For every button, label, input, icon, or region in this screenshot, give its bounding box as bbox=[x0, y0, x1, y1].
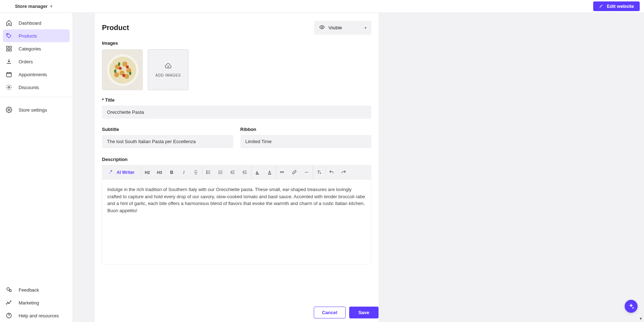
rich-text-editor: AI Writer H2 H3 B I bbox=[102, 165, 371, 264]
edit-website-label: Edit website bbox=[607, 4, 634, 9]
svg-rect-5 bbox=[6, 73, 11, 77]
footer-actions: Cancel Save bbox=[314, 307, 379, 318]
add-images-button[interactable]: ADD IMAGES bbox=[148, 49, 189, 90]
svg-point-7 bbox=[8, 109, 10, 111]
gear-icon bbox=[6, 84, 12, 91]
images-label: Images bbox=[102, 40, 371, 46]
store-manager-dropdown[interactable]: Store manager ▾ bbox=[15, 4, 52, 9]
italic-button[interactable]: I bbox=[178, 165, 190, 179]
title-input[interactable] bbox=[102, 106, 371, 119]
strike-button[interactable] bbox=[190, 165, 202, 179]
sidebar-item-label: Discounts bbox=[19, 85, 39, 90]
svg-rect-1 bbox=[6, 46, 8, 48]
calendar-icon bbox=[6, 71, 12, 78]
sidebar-item-label: Categories bbox=[19, 46, 41, 52]
ordered-list-button[interactable] bbox=[215, 165, 227, 179]
trend-icon bbox=[6, 299, 12, 306]
text-color-button[interactable] bbox=[264, 165, 276, 179]
indent-button[interactable] bbox=[239, 165, 251, 179]
sidebar-item-products[interactable]: Products bbox=[3, 29, 70, 42]
bullet-list-button[interactable] bbox=[203, 165, 215, 179]
svg-rect-3 bbox=[6, 49, 8, 51]
tag-icon bbox=[6, 33, 12, 39]
save-button[interactable]: Save bbox=[349, 307, 379, 318]
svg-point-26 bbox=[126, 65, 129, 68]
sidebar-item-label: Store settings bbox=[19, 107, 47, 113]
svg-point-31 bbox=[206, 171, 207, 171]
svg-point-9 bbox=[9, 289, 11, 292]
sidebar-item-feedback[interactable]: Feedback bbox=[0, 283, 73, 296]
pencil-icon bbox=[599, 3, 604, 9]
grid-icon bbox=[6, 45, 12, 52]
svg-rect-4 bbox=[10, 49, 11, 51]
page-title: Product bbox=[102, 24, 129, 32]
sidebar-item-label: Orders bbox=[19, 59, 33, 64]
sidebar: Dashboard Products Categories Orders App… bbox=[0, 13, 73, 322]
top-bar: Store manager ▾ Edit website bbox=[0, 0, 644, 13]
outdent-button[interactable] bbox=[227, 165, 239, 179]
hr-button[interactable] bbox=[301, 165, 313, 179]
product-image-thumb[interactable] bbox=[102, 49, 143, 90]
sidebar-item-marketing[interactable]: Marketing bbox=[0, 296, 73, 309]
svg-point-33 bbox=[206, 173, 207, 174]
sidebar-item-label: Marketing bbox=[19, 300, 39, 306]
svg-point-23 bbox=[114, 72, 119, 77]
ribbon-input[interactable] bbox=[240, 135, 372, 148]
upload-icon bbox=[165, 63, 172, 70]
redo-button[interactable] bbox=[338, 165, 350, 179]
ribbon-label: Ribbon bbox=[240, 127, 372, 132]
subtitle-input[interactable] bbox=[102, 135, 233, 148]
bold-button[interactable]: B bbox=[166, 165, 178, 179]
svg-point-18 bbox=[109, 57, 136, 84]
home-icon bbox=[6, 20, 12, 26]
ai-writer-button[interactable]: AI Writer bbox=[102, 165, 141, 179]
cancel-button[interactable]: Cancel bbox=[314, 307, 346, 318]
svg-point-28 bbox=[118, 62, 120, 66]
feedback-icon bbox=[6, 287, 12, 293]
title-label: * Title bbox=[102, 97, 371, 103]
sidebar-item-appointments[interactable]: Appointments bbox=[0, 68, 73, 81]
svg-point-25 bbox=[119, 67, 122, 70]
undo-button[interactable] bbox=[326, 165, 338, 179]
settings-icon bbox=[6, 107, 12, 113]
description-label: Description bbox=[102, 157, 371, 162]
sidebar-item-label: Dashboard bbox=[19, 20, 42, 26]
assistant-fab[interactable] bbox=[625, 300, 638, 313]
clear-format-button[interactable] bbox=[313, 165, 325, 179]
store-manager-label: Store manager bbox=[15, 4, 48, 9]
h2-button[interactable]: H2 bbox=[141, 165, 153, 179]
main-canvas: Product Visible ▾ Images bbox=[73, 13, 644, 322]
svg-point-32 bbox=[206, 172, 207, 173]
sidebar-item-label: Help and resources bbox=[19, 313, 59, 318]
svg-point-27 bbox=[122, 74, 125, 77]
highlight-button[interactable] bbox=[252, 165, 264, 179]
visibility-label: Visible bbox=[328, 25, 342, 30]
sidebar-item-help[interactable]: Help and resources bbox=[0, 309, 73, 322]
svg-point-0 bbox=[7, 34, 8, 35]
visibility-select[interactable]: Visible ▾ bbox=[314, 21, 371, 35]
help-icon bbox=[6, 312, 12, 319]
h3-button[interactable]: H3 bbox=[153, 165, 166, 179]
quote-button[interactable] bbox=[276, 165, 288, 179]
svg-point-15 bbox=[321, 26, 323, 28]
sidebar-item-label: Products bbox=[19, 33, 37, 39]
sidebar-item-categories[interactable]: Categories bbox=[0, 42, 73, 55]
svg-point-8 bbox=[7, 288, 10, 291]
svg-rect-2 bbox=[10, 46, 11, 48]
scroll-down-arrow[interactable]: ▼ bbox=[639, 317, 643, 321]
ai-writer-label: AI Writer bbox=[117, 170, 135, 175]
sidebar-item-label: Feedback bbox=[19, 287, 39, 293]
sidebar-item-discounts[interactable]: Discounts bbox=[0, 81, 73, 94]
sidebar-item-store-settings[interactable]: Store settings bbox=[0, 103, 73, 116]
chevron-down-icon: ▾ bbox=[50, 4, 52, 8]
svg-point-29 bbox=[129, 72, 131, 75]
description-textarea[interactable]: Indulge in the rich tradition of Souther… bbox=[102, 180, 371, 264]
link-button[interactable] bbox=[288, 165, 301, 179]
subtitle-label: Subtitle bbox=[102, 127, 233, 132]
edit-website-button[interactable]: Edit website bbox=[593, 1, 640, 11]
rte-toolbar: AI Writer H2 H3 B I bbox=[102, 165, 371, 180]
sidebar-item-dashboard[interactable]: Dashboard bbox=[0, 16, 73, 29]
sparkle-icon bbox=[109, 169, 114, 175]
sidebar-item-orders[interactable]: Orders bbox=[0, 55, 73, 68]
download-icon bbox=[6, 58, 12, 65]
